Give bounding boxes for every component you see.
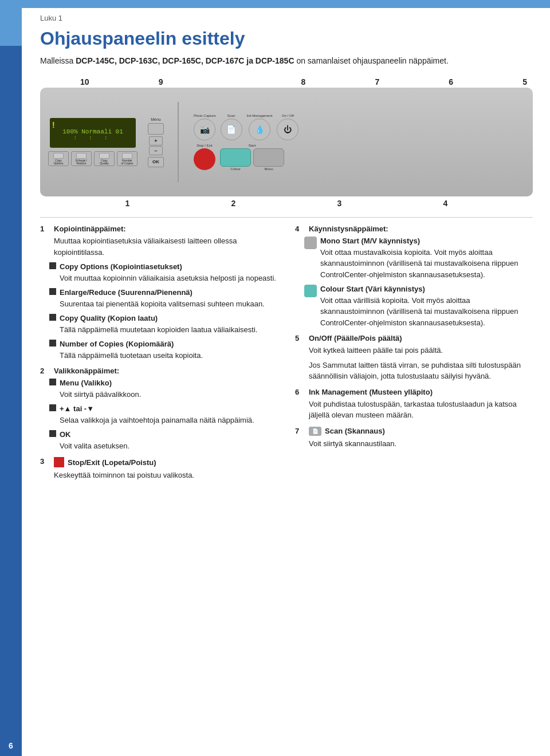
stop-exit-label: Stop / Exit: [197, 144, 212, 147]
enlarge-reduce-key[interactable]: Enlarge /Reduce: [71, 151, 92, 166]
enlarge-reduce-label: Enlarge /Reduce: [76, 159, 87, 165]
bullet-arrows-content: +▲ tai -▼ Selaa valikkoja ja vaihtoehtoj…: [60, 403, 254, 426]
section-5-text1: Voit kytkeä laitteen päälle tai pois pää…: [309, 345, 533, 356]
section-5-header: 5 On/Off (Päälle/Pois päältä): [295, 334, 533, 342]
callout-10: 10: [80, 77, 89, 86]
bullet-enlarge-reduce-title: Enlarge/Reduce (Suurenna/Pienennä): [60, 288, 192, 297]
section-6-num: 6: [295, 388, 304, 396]
mono-start-button[interactable]: [253, 148, 284, 167]
bullet-ok-content: OK Voit valita asetuksen.: [60, 429, 129, 451]
start-stop-row: Stop / Exit Start Colour Mono: [194, 144, 298, 171]
section-6-text: Voit puhdistaa tulostuspään, tarkastaa t…: [309, 399, 533, 421]
section-6-heading: Ink Management (Musteen ylläpito): [309, 388, 433, 396]
lcd-main-text: 100% Normaali 01: [54, 128, 131, 135]
stop-exit-button[interactable]: [194, 148, 215, 170]
bullet-colour-start: Colour Start (Väri käynnistys) Voit otta…: [304, 284, 533, 328]
ink-management-button[interactable]: 💧: [249, 119, 270, 140]
panel-divider: [178, 102, 179, 182]
copy-options-key[interactable]: CopyOptions: [48, 151, 69, 166]
lcd-section: ! 100% Normaali 01 : : : CopyOptions Enl…: [48, 118, 138, 166]
section-1: 1 Kopiointinäppäimet: Muuttaa kopiointia…: [40, 225, 278, 361]
nav-section: Menu + – OK: [148, 117, 164, 167]
on-off-button[interactable]: ⏻: [277, 119, 298, 140]
bullet-menu-text: Voit siirtyä päävalikkoon.: [60, 390, 141, 399]
bullet-colour-start-text: Voit ottaa värillisiä kopioita. Voit myö…: [320, 296, 518, 327]
bullet-colour-start-content: Colour Start (Väri käynnistys) Voit otta…: [320, 284, 533, 328]
section-1-num: 1: [40, 225, 49, 233]
bullet-menu-title: Menu (Valikko): [60, 379, 112, 387]
bullet-colour-start-title: Colour Start (Väri käynnistys): [320, 285, 425, 293]
callout-9: 9: [159, 77, 163, 86]
bullet-mono-start-title: Mono Start (M/V käynnistys): [320, 237, 420, 245]
copy-quality-icon: [99, 153, 109, 159]
callout-7: 7: [375, 77, 379, 86]
number-of-copies-label: Numberof Copies: [121, 159, 133, 165]
bullet-enlarge-reduce-content: Enlarge/Reduce (Suurenna/Pienennä) Suure…: [60, 287, 265, 309]
separator: [40, 217, 533, 218]
subtitle-suffix: on samanlaiset ohjauspaneelin näppäimet.: [294, 56, 449, 65]
left-sidebar-top: [0, 0, 22, 46]
callout-8: 8: [301, 77, 306, 86]
section-3-heading: Stop/Exit (Lopeta/Poistu): [68, 458, 156, 467]
bullet-enlarge-reduce-text: Suurentaa tai pienentää kopioita valitse…: [60, 300, 265, 308]
bullet-copy-quality-content: Copy Quality (Kopion laatu) Tällä näppäi…: [60, 313, 257, 335]
scan-button[interactable]: 📄: [221, 119, 242, 140]
models-text: DCP-145C, DCP-163C, DCP-165C, DCP-167C j…: [76, 56, 294, 65]
bullet-mono-start-content: Mono Start (M/V käynnistys) Voit ottaa m…: [320, 235, 533, 280]
section-6: 6 Ink Management (Musteen ylläpito) Voit…: [295, 388, 533, 421]
bullet-icon-enlarge-reduce: [49, 288, 56, 295]
section-4-header: 4 Käynnistysnäppäimet:: [295, 225, 533, 233]
bullet-ok-text: Voit valita asetuksen.: [60, 442, 129, 450]
plus-button[interactable]: +: [149, 136, 163, 145]
lcd-sub-text: : : :: [54, 135, 131, 141]
callout-4: 4: [443, 199, 448, 208]
bullet-mono-start-text: Voit ottaa mustavalkoisia kopioita. Voit…: [320, 248, 518, 279]
start-section-label: Start: [249, 144, 256, 147]
section-7-heading: Scan (Skannaus): [325, 427, 385, 435]
description-section: 1 Kopiointinäppäimet: Muuttaa kopiointia…: [40, 225, 533, 487]
menu-button[interactable]: [148, 123, 164, 135]
section-5-num: 5: [295, 334, 304, 342]
bullet-number-copies: Number of Copies (Kopiomäärä) Tällä näpp…: [49, 338, 278, 361]
section-4: 4 Käynnistysnäppäimet: Mono Start (M/V k…: [295, 225, 533, 328]
scan-icon: 📄: [309, 427, 321, 436]
menu-label: Menu: [151, 117, 161, 121]
number-of-copies-key[interactable]: Numberof Copies: [117, 151, 138, 166]
section-5-text2: Jos Sammutat laitten tästä virran, se pu…: [309, 360, 533, 382]
section-7: 7 📄 Scan (Skannaus) Voit siirtyä skannau…: [295, 427, 533, 450]
left-description: 1 Kopiointinäppäimet: Muuttaa kopiointia…: [40, 225, 278, 487]
colour-start-button[interactable]: [220, 148, 251, 167]
device-illustration: ! 100% Normaali 01 : : : CopyOptions Enl…: [40, 88, 533, 196]
chapter-label: Luku 1: [40, 14, 533, 22]
section-5-heading: On/Off (Päälle/Pois päältä): [309, 334, 402, 342]
top-bar: [22, 0, 550, 8]
section-1-header: 1 Kopiointinäppäimet:: [40, 225, 278, 233]
callout-3: 3: [337, 199, 342, 208]
callout-5: 5: [522, 77, 527, 86]
section-1-heading: Kopiointinäppäimet:: [54, 225, 126, 233]
function-buttons-row: Photo Capture 📷 Scan 📄 Ink Management 💧 …: [194, 114, 298, 140]
bullet-copy-options-content: Copy Options (Kopiointiasetukset) Voit m…: [60, 261, 276, 284]
section-2-heading: Valikkonäppäimet:: [54, 367, 119, 375]
bullet-copy-options-title: Copy Options (Kopiointiasetukset): [60, 262, 182, 271]
section-3: 3 Stop/Exit (Lopeta/Poistu) Keskeyttää t…: [40, 457, 278, 481]
copy-quality-key[interactable]: CopyQuality: [94, 151, 115, 166]
number-of-copies-icon: [122, 153, 132, 159]
bullet-copy-options-text: Voit muuttaa kopioinnin väliaikaisia ase…: [60, 274, 276, 282]
bullet-number-copies-title: Number of Copies (Kopiomäärä): [60, 340, 174, 348]
lcd-screen: ! 100% Normaali 01 : : :: [50, 118, 136, 148]
bullet-icon-copy-quality: [49, 314, 56, 321]
section-2-header: 2 Valikkonäppäimet:: [40, 367, 278, 375]
bullet-menu: Menu (Valikko) Voit siirtyä päävalikkoon…: [49, 377, 278, 400]
section-4-heading: Käynnistysnäppäimet:: [309, 225, 388, 233]
photo-capture-button[interactable]: 📷: [194, 119, 215, 140]
ink-management-label: Ink Management: [247, 114, 273, 117]
lcd-warning-icon: !: [52, 120, 55, 129]
bullet-number-copies-text: Tällä näppäimellä tuotetaan useita kopio…: [60, 351, 203, 360]
ok-button[interactable]: OK: [148, 157, 164, 167]
bullet-icon-arrows: [49, 404, 56, 411]
subtitle-prefix: Malleissa: [40, 56, 76, 65]
minus-button[interactable]: –: [149, 146, 163, 155]
bullet-number-copies-content: Number of Copies (Kopiomäärä) Tällä näpp…: [60, 338, 203, 361]
bullet-copy-quality: Copy Quality (Kopion laatu) Tällä näppäi…: [49, 313, 278, 335]
